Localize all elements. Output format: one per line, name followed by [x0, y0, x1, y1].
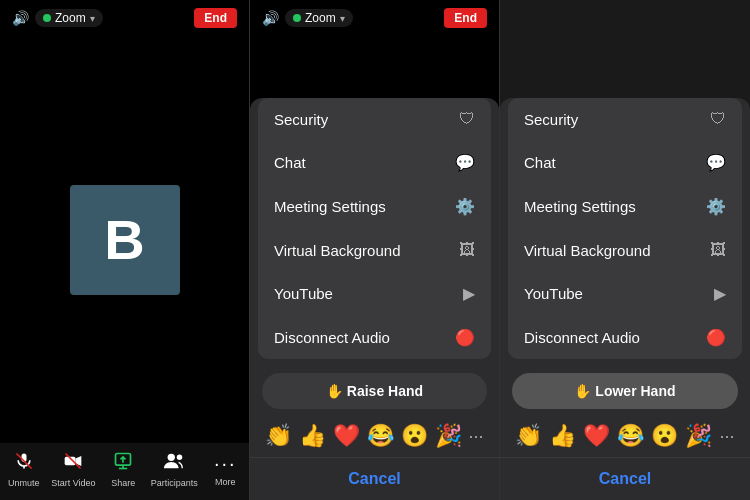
youtube-label: YouTube — [274, 285, 333, 302]
menu-section-right: Security 🛡 Chat 💬 Meeting Settings ⚙️ Vi… — [508, 98, 742, 359]
disconnect-icon-r: 🔴 — [706, 328, 726, 347]
cancel-button-right[interactable]: Cancel — [500, 457, 750, 500]
menu-item-security-r[interactable]: Security 🛡 — [508, 98, 742, 141]
top-bar-center: 🔊 Zoom ▾ End — [250, 0, 499, 36]
emoji-row-right: 👏 👍 ❤️ 😂 😮 🎉 ··· — [500, 417, 750, 457]
zoom-badge-center[interactable]: Zoom ▾ — [285, 9, 353, 27]
video-label: Start Video — [51, 478, 95, 488]
emoji-party[interactable]: 🎉 — [435, 423, 462, 449]
mic-off-icon — [14, 451, 34, 476]
zoom-chevron-icon: ▾ — [90, 13, 95, 24]
youtube-icon-r: ▶ — [714, 284, 726, 303]
chat-icon-r: 💬 — [706, 153, 726, 172]
menu-item-settings-r[interactable]: Meeting Settings ⚙️ — [508, 185, 742, 229]
right-panel: Security 🛡 Chat 💬 Meeting Settings ⚙️ Vi… — [500, 0, 750, 500]
disconnect-label: Disconnect Audio — [274, 329, 390, 346]
share-icon — [113, 451, 133, 476]
more-emojis-icon[interactable]: ··· — [468, 426, 483, 447]
virtual-bg-icon: 🖼 — [459, 241, 475, 259]
menu-item-chat[interactable]: Chat 💬 — [258, 141, 491, 185]
security-icon-r: 🛡 — [710, 110, 726, 128]
avatar-letter: B — [104, 207, 144, 272]
zoom-dot-center — [293, 14, 301, 22]
settings-icon: ⚙️ — [455, 197, 475, 216]
emoji-heart[interactable]: ❤️ — [333, 423, 360, 449]
security-label-r: Security — [524, 111, 578, 128]
menu-item-security[interactable]: Security 🛡 — [258, 98, 491, 141]
emoji-thumbsup-r[interactable]: 👍 — [549, 423, 576, 449]
menu-item-virtual-bg-r[interactable]: Virtual Background 🖼 — [508, 229, 742, 272]
disconnect-label-r: Disconnect Audio — [524, 329, 640, 346]
emoji-laugh[interactable]: 😂 — [367, 423, 394, 449]
youtube-icon: ▶ — [463, 284, 475, 303]
speaker-icon: 🔊 — [12, 10, 29, 26]
menu-item-virtual-bg[interactable]: Virtual Background 🖼 — [258, 229, 491, 272]
menu-section-center: Security 🛡 Chat 💬 Meeting Settings ⚙️ Vi… — [258, 98, 491, 359]
top-bar-right — [500, 0, 750, 36]
emoji-laugh-r[interactable]: 😂 — [617, 423, 644, 449]
emoji-thumbsup[interactable]: 👍 — [299, 423, 326, 449]
youtube-label-r: YouTube — [524, 285, 583, 302]
chevron-center: ▾ — [340, 13, 345, 24]
disconnect-icon: 🔴 — [455, 328, 475, 347]
security-label: Security — [274, 111, 328, 128]
end-button-center[interactable]: End — [444, 8, 487, 28]
chat-label: Chat — [274, 154, 306, 171]
emoji-wow[interactable]: 😮 — [401, 423, 428, 449]
toolbar-video[interactable]: Start Video — [51, 451, 95, 488]
emoji-clap[interactable]: 👏 — [265, 423, 292, 449]
toolbar-participants[interactable]: Participants — [151, 451, 198, 488]
menu-item-disconnect[interactable]: Disconnect Audio 🔴 — [258, 316, 491, 359]
speaker-icon-center: 🔊 — [262, 10, 279, 26]
end-button[interactable]: End — [194, 8, 237, 28]
share-label: Share — [111, 478, 135, 488]
svg-point-9 — [168, 454, 175, 461]
top-bar-left-group: 🔊 Zoom ▾ — [12, 9, 103, 27]
emoji-row-center: 👏 👍 ❤️ 😂 😮 🎉 ··· — [250, 417, 499, 457]
settings-icon-r: ⚙️ — [706, 197, 726, 216]
lower-hand-button[interactable]: ✋ Lower Hand — [512, 373, 738, 409]
emoji-clap-r[interactable]: 👏 — [515, 423, 542, 449]
zoom-label-center: Zoom — [305, 11, 336, 25]
virtual-bg-icon-r: 🖼 — [710, 241, 726, 259]
participants-label: Participants — [151, 478, 198, 488]
menu-item-disconnect-r[interactable]: Disconnect Audio 🔴 — [508, 316, 742, 359]
virtual-bg-label-r: Virtual Background — [524, 242, 650, 259]
virtual-bg-label: Virtual Background — [274, 242, 400, 259]
avatar-box: B — [70, 185, 180, 295]
bottom-toolbar: Unmute Start Video Share — [0, 443, 249, 500]
zoom-status-dot — [43, 14, 51, 22]
chat-icon: 💬 — [455, 153, 475, 172]
chat-label-r: Chat — [524, 154, 556, 171]
more-emojis-icon-r[interactable]: ··· — [719, 426, 734, 447]
menu-item-youtube-r[interactable]: YouTube ▶ — [508, 272, 742, 316]
menu-item-settings[interactable]: Meeting Settings ⚙️ — [258, 185, 491, 229]
emoji-wow-r[interactable]: 😮 — [651, 423, 678, 449]
action-menu-center: Security 🛡 Chat 💬 Meeting Settings ⚙️ Vi… — [250, 98, 499, 500]
emoji-party-r[interactable]: 🎉 — [685, 423, 712, 449]
menu-item-youtube[interactable]: YouTube ▶ — [258, 272, 491, 316]
unmute-label: Unmute — [8, 478, 40, 488]
emoji-heart-r[interactable]: ❤️ — [583, 423, 610, 449]
top-bar-center-left: 🔊 Zoom ▾ — [262, 9, 353, 27]
toolbar-unmute[interactable]: Unmute — [4, 451, 44, 488]
zoom-badge[interactable]: Zoom ▾ — [35, 9, 103, 27]
video-off-icon — [63, 451, 83, 476]
more-icon: ··· — [214, 452, 237, 475]
settings-label: Meeting Settings — [274, 198, 386, 215]
raise-hand-button[interactable]: ✋ Raise Hand — [262, 373, 487, 409]
toolbar-share[interactable]: Share — [103, 451, 143, 488]
security-icon: 🛡 — [459, 110, 475, 128]
menu-item-chat-r[interactable]: Chat 💬 — [508, 141, 742, 185]
cancel-button-center[interactable]: Cancel — [250, 457, 499, 500]
action-menu-right: Security 🛡 Chat 💬 Meeting Settings ⚙️ Vi… — [500, 98, 750, 500]
svg-point-10 — [177, 455, 183, 461]
top-bar-left: 🔊 Zoom ▾ End — [0, 0, 249, 36]
more-label: More — [215, 477, 236, 487]
participants-icon — [163, 451, 185, 476]
center-panel: 🔊 Zoom ▾ End Security 🛡 Chat 💬 Meeting S… — [250, 0, 500, 500]
toolbar-more[interactable]: ··· More — [205, 452, 245, 487]
left-panel: 🔊 Zoom ▾ End B Unmute — [0, 0, 250, 500]
zoom-label: Zoom — [55, 11, 86, 25]
settings-label-r: Meeting Settings — [524, 198, 636, 215]
